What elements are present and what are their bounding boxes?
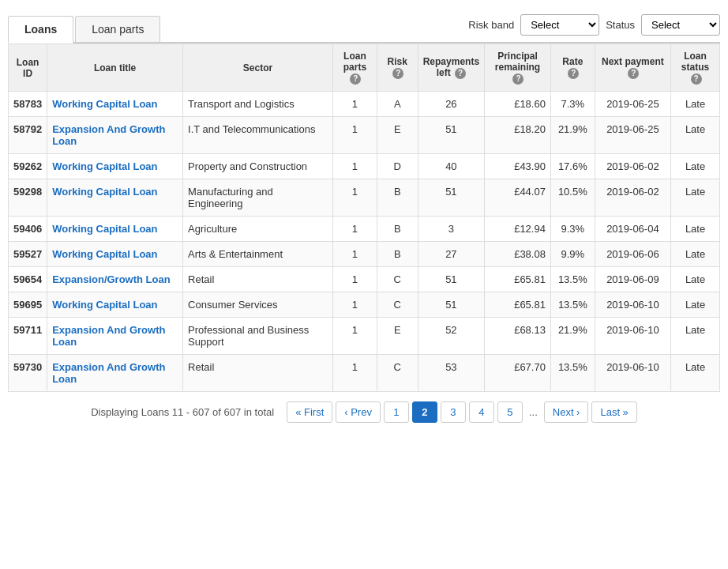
- last-page-btn[interactable]: Last »: [591, 401, 636, 423]
- table-row: 58792 Expansion And Growth Loan I.T and …: [9, 117, 720, 154]
- cell-loan-title: Expansion And Growth Loan: [47, 117, 183, 154]
- tab-loan-parts[interactable]: Loan parts: [75, 16, 160, 42]
- cell-repayments-left: 51: [418, 267, 484, 292]
- cell-loan-status: Late: [671, 217, 720, 242]
- page-btn-5[interactable]: 5: [497, 401, 523, 423]
- cell-next-payment: 2019-06-02: [595, 154, 670, 179]
- col-header-sector: Sector: [183, 44, 333, 92]
- cell-loan-parts: 1: [332, 242, 377, 267]
- cell-loan-title: Working Capital Loan: [47, 217, 183, 242]
- cell-loan-status: Late: [671, 267, 720, 292]
- cell-principal-remaining: £12.94: [485, 217, 551, 242]
- help-icon-repayments[interactable]: ?: [455, 68, 466, 79]
- help-icon-principal[interactable]: ?: [512, 73, 523, 85]
- cell-loan-parts: 1: [332, 292, 377, 318]
- table-row: 59711 Expansion And Growth Loan Professi…: [9, 318, 720, 355]
- cell-next-payment: 2019-06-04: [595, 217, 670, 242]
- cell-sector: Agriculture: [183, 217, 333, 242]
- cell-rate: 13.5%: [550, 267, 595, 292]
- cell-loan-title: Expansion And Growth Loan: [47, 355, 183, 392]
- page-ellipsis: ...: [526, 402, 541, 422]
- help-icon-rate[interactable]: ?: [568, 68, 579, 79]
- next-page-btn[interactable]: Next ›: [544, 401, 589, 423]
- cell-next-payment: 2019-06-25: [595, 92, 670, 117]
- cell-repayments-left: 27: [418, 242, 484, 267]
- tab-loans[interactable]: Loans: [8, 16, 73, 43]
- cell-loan-parts: 1: [332, 179, 377, 217]
- loan-title-link[interactable]: Expansion/Growth Loan: [52, 273, 171, 285]
- tabs-bar: Loans Loan parts: [8, 16, 162, 42]
- cell-loan-status: Late: [671, 154, 720, 179]
- status-select[interactable]: Select Late Active Repaid: [641, 14, 720, 36]
- loan-title-link[interactable]: Working Capital Loan: [52, 248, 157, 260]
- cell-principal-remaining: £67.70: [485, 355, 551, 392]
- cell-rate: 13.5%: [550, 292, 595, 318]
- cell-repayments-left: 53: [418, 355, 484, 392]
- cell-loan-status: Late: [671, 318, 720, 355]
- table-row: 59406 Working Capital Loan Agriculture 1…: [9, 217, 720, 242]
- cell-next-payment: 2019-06-06: [595, 242, 670, 267]
- cell-loan-status: Late: [671, 179, 720, 217]
- cell-risk: D: [377, 154, 418, 179]
- cell-repayments-left: 40: [418, 154, 484, 179]
- cell-rate: 13.5%: [550, 355, 595, 392]
- col-header-loan-status: Loanstatus ?: [671, 44, 720, 92]
- cell-sector: Arts & Entertainment: [183, 242, 333, 267]
- cell-loan-id: 59730: [9, 355, 47, 392]
- loan-title-link[interactable]: Expansion And Growth Loan: [52, 324, 165, 348]
- first-page-btn[interactable]: « First: [287, 401, 332, 423]
- cell-loan-parts: 1: [332, 117, 377, 154]
- table-row: 59298 Working Capital Loan Manufacturing…: [9, 179, 720, 217]
- cell-risk: B: [377, 242, 418, 267]
- loan-title-link[interactable]: Working Capital Loan: [52, 299, 157, 311]
- col-header-principal-remaining: Principalremaining ?: [485, 44, 551, 92]
- cell-risk: E: [377, 318, 418, 355]
- cell-principal-remaining: £65.81: [485, 292, 551, 318]
- table-row: 59730 Expansion And Growth Loan Retail 1…: [9, 355, 720, 392]
- cell-repayments-left: 26: [418, 92, 484, 117]
- help-icon-next-payment[interactable]: ?: [628, 68, 639, 79]
- cell-next-payment: 2019-06-02: [595, 179, 670, 217]
- table-header-row: LoanID Loan title Sector Loanparts ? Ris…: [9, 44, 720, 92]
- cell-sector: Manufacturing and Engineering: [183, 179, 333, 217]
- page-btn-3[interactable]: 3: [441, 401, 466, 423]
- status-label: Status: [606, 19, 635, 31]
- cell-rate: 17.6%: [550, 154, 595, 179]
- cell-sector: Retail: [183, 267, 333, 292]
- cell-principal-remaining: £65.81: [485, 267, 551, 292]
- cell-sector: Consumer Services: [183, 292, 333, 318]
- cell-loan-id: 59298: [9, 179, 47, 217]
- loan-title-link[interactable]: Expansion And Growth Loan: [52, 123, 165, 147]
- cell-loan-status: Late: [671, 242, 720, 267]
- cell-loan-title: Working Capital Loan: [47, 179, 183, 217]
- loan-title-link[interactable]: Working Capital Loan: [52, 186, 157, 198]
- loan-title-link[interactable]: Working Capital Loan: [52, 160, 157, 172]
- page-btn-2[interactable]: 2: [412, 401, 437, 423]
- cell-rate: 10.5%: [550, 179, 595, 217]
- cell-loan-status: Late: [671, 92, 720, 117]
- prev-page-btn[interactable]: ‹ Prev: [336, 401, 381, 423]
- page-btn-4[interactable]: 4: [469, 401, 494, 423]
- cell-repayments-left: 52: [418, 318, 484, 355]
- loan-title-link[interactable]: Working Capital Loan: [52, 98, 157, 110]
- cell-repayments-left: 51: [418, 179, 484, 217]
- help-icon-loan-status[interactable]: ?: [691, 73, 702, 85]
- cell-rate: 7.3%: [550, 92, 595, 117]
- cell-risk: C: [377, 355, 418, 392]
- cell-loan-id: 59711: [9, 318, 47, 355]
- filter-bar: Risk band Select A B C D E Status Select…: [468, 8, 720, 42]
- help-icon-loan-parts[interactable]: ?: [350, 73, 361, 85]
- loan-title-link[interactable]: Working Capital Loan: [52, 223, 157, 235]
- cell-loan-id: 59527: [9, 242, 47, 267]
- cell-risk: E: [377, 117, 418, 154]
- loan-title-link[interactable]: Expansion And Growth Loan: [52, 361, 165, 385]
- cell-risk: C: [377, 292, 418, 318]
- cell-loan-parts: 1: [332, 318, 377, 355]
- table-row: 59527 Working Capital Loan Arts & Entert…: [9, 242, 720, 267]
- help-icon-risk[interactable]: ?: [392, 68, 403, 79]
- risk-band-select[interactable]: Select A B C D E: [520, 14, 599, 36]
- cell-sector: Professional and Business Support: [183, 318, 333, 355]
- table-row: 59654 Expansion/Growth Loan Retail 1 C 5…: [9, 267, 720, 292]
- page-btn-1[interactable]: 1: [384, 401, 409, 423]
- cell-loan-id: 59262: [9, 154, 47, 179]
